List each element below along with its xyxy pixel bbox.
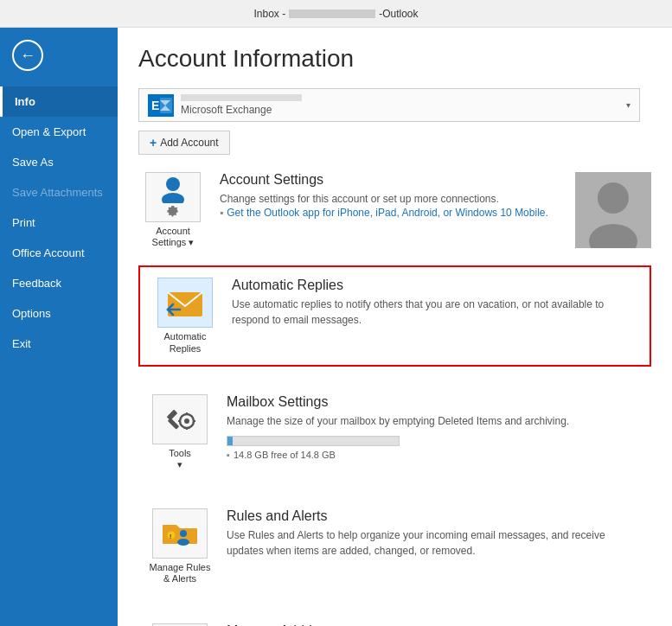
mailbox-settings-content: Mailbox Settings Manage the size of your… xyxy=(227,394,644,460)
rules-alerts-desc: Use Rules and Alerts to help organize yo… xyxy=(227,527,644,559)
mailbox-progress-fill xyxy=(227,437,233,445)
svg-point-7 xyxy=(598,182,629,214)
account-settings-title: Account Settings xyxy=(220,172,575,188)
mailbox-settings-card: Tools▾ Mailbox Settings Manage the size … xyxy=(138,384,651,481)
account-settings-content: Account Settings Change settings for thi… xyxy=(220,172,575,219)
sidebar-item-options[interactable]: Options xyxy=(0,298,118,329)
automatic-replies-icon xyxy=(166,287,204,318)
mailbox-storage-label: 14.8 GB free of 14.8 GB xyxy=(227,450,644,460)
svg-rect-11 xyxy=(168,418,179,429)
sidebar-item-print[interactable]: Print xyxy=(0,208,118,238)
svg-text:E: E xyxy=(151,99,159,112)
sidebar-nav: Info Open & Export Save As Save Attachme… xyxy=(0,86,118,359)
account-gear-icon xyxy=(166,205,180,219)
page-title: Account Information xyxy=(138,45,651,73)
account-settings-icon-area[interactable]: AccountSettings ▾ xyxy=(138,172,208,248)
account-email-redacted xyxy=(181,94,302,101)
account-person-icon xyxy=(157,176,189,203)
sidebar-item-office-account[interactable]: Office Account xyxy=(0,238,118,268)
content-area: Account Information E Microsoft Exchange… xyxy=(118,28,672,626)
rules-icon: ! xyxy=(161,518,199,549)
svg-point-19 xyxy=(177,539,189,546)
manage-addins-card: Manage Add-ins Manage Add-ins Manage and… xyxy=(138,613,651,627)
sidebar-item-save-as[interactable]: Save As xyxy=(0,147,118,177)
manage-addins-title: Manage Add-ins xyxy=(227,623,644,627)
account-type-label: Microsoft Exchange xyxy=(181,104,272,116)
mailbox-progress-bar xyxy=(227,436,400,446)
profile-photo xyxy=(575,172,651,248)
add-account-button[interactable]: + Add Account xyxy=(138,131,230,155)
mailbox-settings-icon-box xyxy=(152,394,208,444)
rules-alerts-icon-area[interactable]: ! Manage Rules& Alerts xyxy=(145,508,214,584)
account-dropdown-arrow-icon: ▾ xyxy=(626,100,630,110)
account-name-area: Microsoft Exchange xyxy=(181,94,619,116)
account-settings-desc: Change settings for this account or set … xyxy=(220,191,575,207)
back-button[interactable]: ← xyxy=(7,35,48,76)
manage-addins-content: Manage Add-ins Manage and acquire Web Ad… xyxy=(227,623,644,627)
profile-silhouette-icon xyxy=(575,172,651,248)
mailbox-settings-desc: Manage the size of your mailbox by empty… xyxy=(227,413,644,429)
mailbox-settings-icon-area[interactable]: Tools▾ xyxy=(145,394,214,470)
tools-icon xyxy=(163,406,197,433)
rules-alerts-title: Rules and Alerts xyxy=(227,508,644,524)
sidebar-item-feedback[interactable]: Feedback xyxy=(0,268,118,298)
rules-alerts-card: ! Manage Rules& Alerts Rules and Alerts … xyxy=(138,498,651,595)
tools-icon-label: Tools▾ xyxy=(169,448,191,470)
back-arrow-icon: ← xyxy=(20,47,35,65)
rules-alerts-content: Rules and Alerts Use Rules and Alerts to… xyxy=(227,508,644,559)
mailbox-settings-title: Mailbox Settings xyxy=(227,394,644,410)
email-redacted xyxy=(289,10,375,18)
rules-alerts-icon-label: Manage Rules& Alerts xyxy=(150,562,211,584)
svg-point-5 xyxy=(162,193,184,203)
automatic-replies-desc: Use automatic replies to notify others t… xyxy=(232,297,639,328)
sidebar-item-exit[interactable]: Exit xyxy=(0,329,118,359)
mailbox-progress-container: 14.8 GB free of 14.8 GB xyxy=(227,436,644,460)
exchange-icon-area: E xyxy=(148,95,174,116)
app-name: Outlook xyxy=(382,8,418,20)
sidebar-item-info[interactable]: Info xyxy=(0,86,118,117)
automatic-replies-icon-area: AutomaticReplies xyxy=(150,278,220,354)
automatic-replies-card[interactable]: AutomaticReplies Automatic Replies Use a… xyxy=(138,265,651,366)
automatic-replies-content: Automatic Replies Use automatic replies … xyxy=(232,278,639,328)
svg-point-4 xyxy=(166,177,180,191)
top-bar: Inbox - - Outlook xyxy=(0,0,672,28)
exchange-logo-icon: E xyxy=(148,94,174,117)
inbox-label: Inbox - xyxy=(253,8,285,20)
sidebar: ← Info Open & Export Save As Save Attach… xyxy=(0,28,118,626)
plus-icon: + xyxy=(150,136,157,150)
svg-text:!: ! xyxy=(170,533,171,540)
manage-addins-icon-box xyxy=(152,623,208,627)
account-settings-card: AccountSettings ▾ Account Settings Chang… xyxy=(138,172,651,248)
account-selector[interactable]: E Microsoft Exchange ▾ xyxy=(138,88,640,122)
outlook-app-link[interactable]: Get the Outlook app for iPhone, iPad, An… xyxy=(220,207,575,219)
svg-point-13 xyxy=(184,418,189,424)
main-layout: ← Info Open & Export Save As Save Attach… xyxy=(0,28,672,626)
manage-addins-icon-area[interactable]: Manage Add-ins xyxy=(145,623,214,627)
account-settings-icon-box xyxy=(145,172,201,222)
sidebar-item-open-export[interactable]: Open & Export xyxy=(0,117,118,147)
back-circle-icon: ← xyxy=(12,40,43,71)
svg-point-18 xyxy=(180,530,187,537)
automatic-replies-icon-label: AutomaticReplies xyxy=(164,331,207,354)
add-account-label: Add Account xyxy=(160,137,218,149)
automatic-replies-icon-box xyxy=(157,278,213,328)
svg-rect-10 xyxy=(167,409,178,420)
svg-rect-2 xyxy=(160,98,172,113)
rules-alerts-icon-box: ! xyxy=(152,508,208,559)
sidebar-item-save-attachments: Save Attachments xyxy=(0,177,118,208)
account-settings-icon-label: AccountSettings ▾ xyxy=(152,226,195,248)
automatic-replies-title: Automatic Replies xyxy=(232,278,639,293)
